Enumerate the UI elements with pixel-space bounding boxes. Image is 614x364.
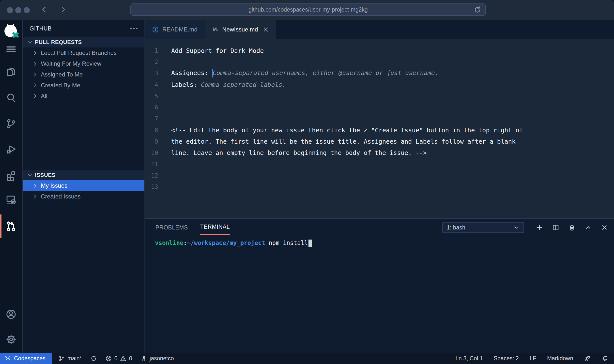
close-tab-button[interactable]	[263, 27, 269, 32]
account-button[interactable]	[5, 309, 17, 320]
indentation-status[interactable]: Spaces: 2	[494, 355, 519, 362]
markdown-icon: M↓	[213, 27, 219, 32]
address-bar[interactable]: github.com/codespaces/user-my-project-mg…	[130, 3, 486, 16]
branch-status[interactable]: main*	[58, 355, 82, 362]
window-close-button[interactable]	[7, 7, 13, 13]
feedback-icon	[584, 355, 591, 362]
menu-icon	[5, 44, 17, 55]
terminal-user: vsonline	[155, 240, 184, 246]
line-number: 7	[145, 115, 158, 122]
explorer-button[interactable]	[5, 67, 17, 78]
settings-button[interactable]	[5, 334, 17, 345]
sidebar-item-waiting-for-my-review[interactable]: Waiting For My Review	[23, 58, 144, 69]
terminal-shell-select[interactable]: 1: bash	[442, 222, 524, 233]
window-minimize-button[interactable]	[15, 7, 21, 13]
section-pull-requests[interactable]: PULL REQUESTS	[23, 37, 144, 47]
editor-line: 12	[145, 170, 614, 181]
split-terminal-icon[interactable]	[552, 224, 559, 231]
chevron-right-icon	[32, 50, 38, 56]
codespaces-window: github.com/codespaces/user-my-project-mg…	[0, 0, 614, 364]
warnings-icon	[120, 355, 126, 362]
source-control-button[interactable]	[5, 118, 17, 129]
editor-line: 6	[145, 102, 614, 113]
browser-back-button[interactable]	[41, 5, 48, 15]
github-sidebar: GITHUB PULL REQUESTS Local Pull Request …	[23, 20, 145, 353]
line-number: 5	[145, 93, 158, 100]
gear-icon	[5, 334, 17, 345]
new-terminal-plus-icon[interactable]	[536, 224, 543, 231]
remote-codespaces-button[interactable]: Codespaces	[0, 353, 52, 364]
chevron-down-icon	[513, 224, 520, 231]
tab-terminal[interactable]: TERMINAL	[200, 220, 230, 235]
editor-line: 5	[145, 91, 614, 102]
editor-tabstrip: README.md M↓ NewIssue.md	[145, 20, 614, 39]
sidebar-item-created-by-me[interactable]: Created By Me	[23, 80, 144, 91]
browser-forward-button[interactable]	[59, 5, 67, 15]
line-number: 9	[145, 138, 158, 145]
github-codespaces-logo-icon	[2, 23, 20, 40]
chevron-down-icon	[27, 39, 33, 46]
editor-line: 8 <!-- Edit the body of your new issue t…	[145, 124, 614, 136]
info-icon	[152, 26, 159, 33]
reload-button[interactable]	[474, 6, 481, 14]
terminal-command: npm install	[269, 240, 308, 246]
editor-line: 7	[145, 113, 614, 124]
line-number: 3	[145, 70, 158, 77]
sidebar-item-all[interactable]: All	[23, 91, 144, 102]
active-view-indicator	[0, 214, 1, 238]
notifications-button[interactable]	[601, 355, 608, 362]
maximize-panel-icon[interactable]	[584, 224, 592, 231]
sidebar-item-my-issues[interactable]: My Issues	[23, 180, 144, 191]
eol-status[interactable]: LF	[530, 355, 536, 362]
close-icon	[263, 27, 269, 32]
tab-new-issue[interactable]: M↓ NewIssue.md	[205, 20, 276, 39]
user-status[interactable]: jasonetco	[140, 355, 174, 362]
window-zoom-button[interactable]	[24, 7, 30, 13]
editor-line: 3 Assignees: Comma-separated usernames, …	[145, 68, 614, 79]
sidebar-item-assigned-to-me[interactable]: Assigned To Me	[23, 69, 144, 80]
chevron-right-icon	[32, 93, 38, 99]
sidebar-item-created-issues[interactable]: Created Issues	[23, 191, 144, 202]
sidebar-title: GITHUB	[30, 25, 52, 32]
tab-readme[interactable]: README.md	[145, 20, 205, 39]
tab-problems[interactable]: PROBLEMS	[155, 221, 188, 234]
github-pull-requests-button[interactable]	[5, 221, 17, 232]
github-pull-requests-icon	[5, 221, 17, 232]
debug-icon	[5, 144, 17, 155]
cursor-position-status[interactable]: Ln 3, Col 1	[456, 355, 483, 362]
close-panel-icon[interactable]	[601, 224, 608, 231]
terminal-output[interactable]: vsonline:~/workspace/my_project npm inst…	[145, 236, 614, 247]
remote-explorer-button[interactable]	[5, 194, 17, 205]
line-number: 10	[145, 150, 158, 156]
language-mode-status[interactable]: Markdown	[547, 355, 573, 362]
run-debug-button[interactable]	[5, 144, 17, 155]
explorer-icon	[5, 67, 17, 78]
chevron-right-icon	[32, 182, 38, 189]
sync-icon	[90, 355, 97, 362]
errors-icon	[105, 355, 112, 362]
line-number: 1	[145, 47, 158, 54]
search-button[interactable]	[5, 92, 17, 103]
problems-status[interactable]: 0 0	[105, 355, 132, 362]
chevron-right-icon	[32, 71, 38, 78]
sync-button[interactable]	[90, 355, 97, 362]
git-branch-icon	[58, 355, 65, 362]
editor-area[interactable]: 1 Add Support for Dark Mode 2 3 Assignee…	[145, 39, 614, 218]
extensions-button[interactable]	[5, 170, 17, 181]
sidebar-item-local-pull-request-branches[interactable]: Local Pull Request Branches	[23, 47, 144, 58]
chevron-right-icon	[59, 5, 67, 14]
line-number: 2	[145, 59, 158, 65]
chevron-right-icon	[32, 193, 38, 200]
line-number: 4	[145, 81, 158, 88]
feedback-button[interactable]	[584, 355, 591, 362]
kill-terminal-trash-icon[interactable]	[568, 224, 576, 231]
status-bar: Codespaces main* 0 0 jasonetco	[0, 353, 614, 364]
line-number: 11	[145, 161, 158, 168]
line-number: 13	[145, 183, 158, 190]
section-issues[interactable]: ISSUES	[23, 170, 144, 180]
chevron-right-icon	[32, 82, 38, 89]
editor-line: 4 Labels: Comma-separated labels.	[145, 79, 614, 91]
menu-button[interactable]	[5, 44, 17, 55]
more-actions-icon[interactable]	[130, 28, 138, 29]
editor-line: 2	[145, 56, 614, 68]
